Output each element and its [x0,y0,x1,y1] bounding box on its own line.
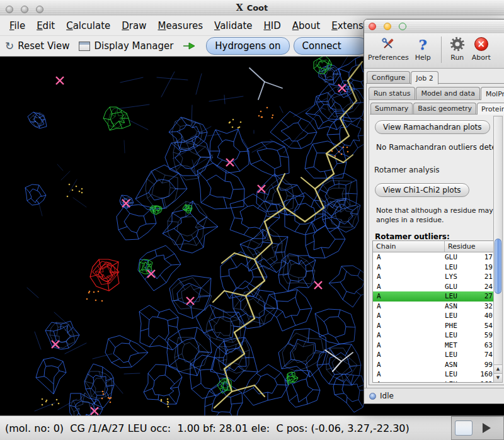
validation-status-bar: Idle [364,388,504,403]
x11-icon: X [236,3,243,13]
help-button[interactable]: ?Help [415,35,431,62]
tab-basic-geometry[interactable]: Basic geometry [413,103,476,114]
table-row[interactable]: ALEU19 [373,262,495,273]
window-title: XCoot [0,3,504,13]
table-row[interactable]: ALEU74 [373,350,495,360]
table-row[interactable]: AGLU24 [373,282,495,292]
toolbar-item-label: Abort [472,54,491,62]
main-title-bar: XCoot [0,0,504,16]
main-status-bar: (mol. no: 0) CG /1/A/27 LEU occ: 1.00 bf… [0,415,504,440]
scroll-down-icon[interactable]: ▼ [494,373,502,382]
table-row[interactable]: ALEU162 [373,380,495,383]
table-row[interactable]: AASN32 [373,302,495,312]
window-title-text: Coot [247,3,268,13]
hydrogens-toggle[interactable]: Hydrogens on [206,37,289,55]
table-row[interactable]: ALEU59 [373,330,495,341]
toolbar-item-label: Preferences [368,54,409,62]
tools-icon [380,35,396,53]
scroll-right-icon[interactable] [483,423,491,433]
status-text: Idle [380,392,394,400]
table-row[interactable]: APHE54 [373,321,495,331]
rotamer-outliers-label: Rotamer outliers: [375,232,503,241]
screen: XCoot FileEditCalculateDrawMeasuresValid… [0,0,504,440]
table-row[interactable]: ALEU27 [373,291,495,302]
view-ramachandran-button[interactable]: View Ramachandran plots [375,120,490,134]
rotamer-note-line1: Note that although a residue may lie [376,206,500,215]
gear-icon [449,35,466,53]
table-row[interactable]: ALEU160 [373,369,495,380]
toolbar-item-label: Help [415,54,431,62]
scrollbar-thumb[interactable] [495,239,501,294]
tabs-inner: SummaryBasic geometryProteinClashes [370,101,504,114]
scroll-up-icon[interactable]: ▲ [494,364,502,373]
tab-protein[interactable]: Protein [477,103,504,115]
abort-icon: × [474,35,488,53]
preferences-button[interactable]: Preferences [368,35,409,62]
content-scrollbar[interactable]: ▲▼ [493,116,503,383]
rotamer-note-line2: angles in a residue. [376,215,500,225]
run-button[interactable]: Run [449,35,466,62]
reset-view-icon[interactable]: ↻ [5,40,14,52]
status-orb-icon [369,393,376,400]
menu-validate[interactable]: Validate [209,18,258,33]
table-row[interactable]: ALEU40 [373,311,495,321]
green-arrow-icon [182,41,196,51]
corner-scrollbar[interactable] [455,420,472,436]
protein-tab-content: View Ramachandran plots No Ramachandran … [370,114,503,384]
menu-calculate[interactable]: Calculate [60,18,116,33]
tab-model-and-data[interactable]: Model and data [416,87,480,99]
column-residue[interactable]: Residue [445,242,475,251]
tab-molprobity[interactable]: MolProbity [481,87,504,100]
view-chi-plots-button[interactable]: View Chi1-Chi2 plots [375,183,469,197]
table-row[interactable]: AASN99 [373,360,495,370]
menu-edit[interactable]: Edit [31,18,60,33]
ramachandran-message: No Ramachandran outliers detected [376,143,500,152]
atom-status-text: (mol. no: 0) CG /1/A/27 LEU occ: 1.00 bf… [5,422,410,434]
reset-view-button[interactable]: Reset View [18,40,69,52]
zoom-button[interactable] [399,23,406,30]
scrollbar-arrows: ▲▼ [494,364,502,382]
display-manager-icon[interactable] [79,42,90,51]
display-manager-button[interactable]: Display Manager [94,40,174,52]
connect-toggle[interactable]: Connect [294,37,367,55]
table-row[interactable]: AGLU17 [373,252,495,262]
help-icon: ? [419,35,427,53]
validation-title-bar [364,20,504,34]
tab-summary[interactable]: Summary [370,103,413,114]
table-header: Chain Residue [373,241,495,252]
close-button[interactable] [369,23,376,30]
menu-about[interactable]: About [287,18,326,33]
outliers-table: Chain Residue AGLU17ALEU19ALYS21AGLU24AL… [372,240,496,383]
validation-window: Preferences?HelpRun×Abort ConfigureJob 2… [364,19,504,404]
validation-toolbar: Preferences?HelpRun×Abort [364,33,504,69]
tabs-outer: ConfigureJob 2 [367,70,438,84]
tab-run-status[interactable]: Run status [369,87,415,99]
abort-button[interactable]: ×Abort [472,35,491,62]
tabs-middle: Run statusModel and dataMolProbity [369,86,504,99]
rotamer-note: Note that although a residue may lie ang… [376,206,503,225]
menu-file[interactable]: File [4,18,31,33]
minimize-button[interactable] [384,23,391,30]
column-chain[interactable]: Chain [373,241,445,252]
corner-panel [451,416,504,440]
table-body: AGLU17ALEU19ALYS21AGLU24ALEU27AASN32ALEU… [373,252,495,383]
toolbar-separator [441,37,442,63]
tab-configure[interactable]: Configure [367,71,410,84]
toolbar-item-label: Run [450,54,464,62]
rotamer-section-label: Rotamer analysis [374,166,503,174]
menu-measures[interactable]: Measures [152,18,209,33]
table-row[interactable]: AMET63 [373,341,495,351]
molprobity-pane: SummaryBasic geometryProteinClashes View… [369,99,504,385]
job-pane: Run statusModel and dataMolProbity Summa… [366,83,504,388]
table-row[interactable]: ALYS21 [373,272,495,282]
menu-draw[interactable]: Draw [116,18,152,33]
tab-job-2[interactable]: Job 2 [411,71,438,84]
menu-hid[interactable]: HID [258,18,287,33]
